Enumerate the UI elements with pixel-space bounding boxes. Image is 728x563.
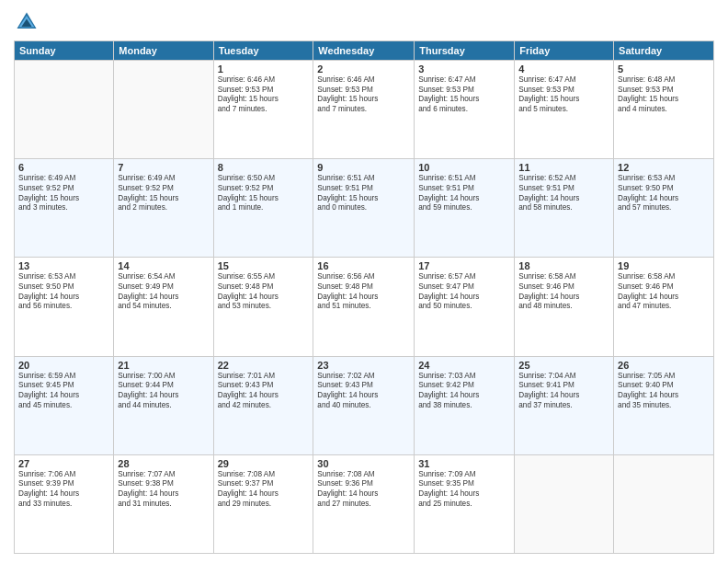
day-number: 14 bbox=[118, 260, 209, 271]
day-info: Sunrise: 6:52 AM Sunset: 9:51 PM Dayligh… bbox=[518, 174, 609, 213]
day-number: 21 bbox=[118, 360, 209, 371]
calendar-cell: 20Sunrise: 6:59 AM Sunset: 9:45 PM Dayli… bbox=[15, 356, 114, 454]
day-info: Sunrise: 6:47 AM Sunset: 9:53 PM Dayligh… bbox=[418, 75, 510, 115]
weekday-header: Sunday bbox=[15, 41, 114, 61]
calendar-cell: 3Sunrise: 6:47 AM Sunset: 9:53 PM Daylig… bbox=[415, 61, 515, 159]
day-number: 18 bbox=[518, 260, 609, 271]
calendar-week-row: 27Sunrise: 7:06 AM Sunset: 9:39 PM Dayli… bbox=[15, 454, 714, 553]
day-number: 28 bbox=[118, 458, 209, 469]
logo bbox=[14, 9, 43, 35]
weekday-header: Monday bbox=[114, 41, 213, 61]
calendar-cell: 6Sunrise: 6:49 AM Sunset: 9:52 PM Daylig… bbox=[15, 159, 114, 258]
day-number: 25 bbox=[518, 360, 609, 371]
calendar-cell: 30Sunrise: 7:08 AM Sunset: 9:36 PM Dayli… bbox=[313, 454, 415, 553]
day-number: 2 bbox=[317, 63, 410, 75]
day-info: Sunrise: 6:56 AM Sunset: 9:48 PM Dayligh… bbox=[317, 272, 410, 312]
logo-icon bbox=[14, 9, 40, 35]
calendar-week-row: 6Sunrise: 6:49 AM Sunset: 9:52 PM Daylig… bbox=[15, 159, 714, 258]
weekday-header: Saturday bbox=[614, 41, 714, 61]
calendar-cell: 18Sunrise: 6:58 AM Sunset: 9:46 PM Dayli… bbox=[515, 258, 614, 356]
day-number: 12 bbox=[618, 162, 710, 173]
day-info: Sunrise: 6:53 AM Sunset: 9:50 PM Dayligh… bbox=[618, 174, 710, 213]
calendar-cell: 9Sunrise: 6:51 AM Sunset: 9:51 PM Daylig… bbox=[313, 159, 415, 258]
calendar-cell: 16Sunrise: 6:56 AM Sunset: 9:48 PM Dayli… bbox=[313, 258, 415, 356]
day-info: Sunrise: 6:48 AM Sunset: 9:53 PM Dayligh… bbox=[618, 75, 710, 115]
calendar-cell: 1Sunrise: 6:46 AM Sunset: 9:53 PM Daylig… bbox=[213, 61, 313, 159]
calendar-cell: 28Sunrise: 7:07 AM Sunset: 9:38 PM Dayli… bbox=[114, 454, 213, 553]
day-number: 27 bbox=[18, 458, 109, 469]
calendar-cell: 14Sunrise: 6:54 AM Sunset: 9:49 PM Dayli… bbox=[114, 258, 213, 356]
day-info: Sunrise: 6:59 AM Sunset: 9:45 PM Dayligh… bbox=[18, 372, 109, 411]
calendar-cell: 22Sunrise: 7:01 AM Sunset: 9:43 PM Dayli… bbox=[213, 356, 313, 454]
calendar-cell: 8Sunrise: 6:50 AM Sunset: 9:52 PM Daylig… bbox=[213, 159, 313, 258]
day-number: 5 bbox=[618, 63, 710, 75]
calendar-cell: 13Sunrise: 6:53 AM Sunset: 9:50 PM Dayli… bbox=[15, 258, 114, 356]
day-info: Sunrise: 7:01 AM Sunset: 9:43 PM Dayligh… bbox=[218, 372, 310, 411]
page: SundayMondayTuesdayWednesdayThursdayFrid… bbox=[0, 0, 728, 563]
day-number: 30 bbox=[317, 458, 410, 469]
header bbox=[14, 9, 714, 35]
day-info: Sunrise: 7:07 AM Sunset: 9:38 PM Dayligh… bbox=[118, 470, 209, 510]
calendar-cell: 29Sunrise: 7:08 AM Sunset: 9:37 PM Dayli… bbox=[213, 454, 313, 553]
day-info: Sunrise: 7:00 AM Sunset: 9:44 PM Dayligh… bbox=[118, 372, 209, 411]
day-info: Sunrise: 6:49 AM Sunset: 9:52 PM Dayligh… bbox=[118, 174, 209, 213]
day-info: Sunrise: 7:08 AM Sunset: 9:36 PM Dayligh… bbox=[317, 470, 410, 510]
calendar-cell: 2Sunrise: 6:46 AM Sunset: 9:53 PM Daylig… bbox=[313, 61, 415, 159]
calendar-week-row: 1Sunrise: 6:46 AM Sunset: 9:53 PM Daylig… bbox=[15, 61, 714, 159]
calendar-cell: 11Sunrise: 6:52 AM Sunset: 9:51 PM Dayli… bbox=[515, 159, 614, 258]
day-info: Sunrise: 7:08 AM Sunset: 9:37 PM Dayligh… bbox=[218, 470, 310, 510]
calendar-cell: 17Sunrise: 6:57 AM Sunset: 9:47 PM Dayli… bbox=[415, 258, 515, 356]
calendar-table: SundayMondayTuesdayWednesdayThursdayFrid… bbox=[14, 40, 714, 554]
day-number: 19 bbox=[618, 260, 710, 271]
day-info: Sunrise: 6:57 AM Sunset: 9:47 PM Dayligh… bbox=[418, 272, 510, 312]
calendar-cell: 7Sunrise: 6:49 AM Sunset: 9:52 PM Daylig… bbox=[114, 159, 213, 258]
calendar-cell: 26Sunrise: 7:05 AM Sunset: 9:40 PM Dayli… bbox=[614, 356, 714, 454]
calendar-cell bbox=[614, 454, 714, 553]
day-info: Sunrise: 6:54 AM Sunset: 9:49 PM Dayligh… bbox=[118, 272, 209, 312]
day-number: 31 bbox=[418, 458, 510, 469]
day-number: 8 bbox=[218, 162, 310, 173]
day-info: Sunrise: 7:09 AM Sunset: 9:35 PM Dayligh… bbox=[418, 470, 510, 510]
day-number: 16 bbox=[317, 260, 410, 271]
day-number: 6 bbox=[18, 162, 109, 173]
weekday-header: Tuesday bbox=[213, 41, 313, 61]
day-info: Sunrise: 7:03 AM Sunset: 9:42 PM Dayligh… bbox=[418, 372, 510, 411]
calendar-header-row: SundayMondayTuesdayWednesdayThursdayFrid… bbox=[15, 41, 714, 61]
day-number: 9 bbox=[317, 162, 410, 173]
calendar-cell: 12Sunrise: 6:53 AM Sunset: 9:50 PM Dayli… bbox=[614, 159, 714, 258]
day-number: 11 bbox=[518, 162, 609, 173]
calendar-cell: 21Sunrise: 7:00 AM Sunset: 9:44 PM Dayli… bbox=[114, 356, 213, 454]
day-info: Sunrise: 6:51 AM Sunset: 9:51 PM Dayligh… bbox=[317, 174, 410, 213]
day-info: Sunrise: 6:46 AM Sunset: 9:53 PM Dayligh… bbox=[317, 75, 410, 115]
day-number: 4 bbox=[518, 63, 609, 75]
day-number: 20 bbox=[18, 360, 109, 371]
day-info: Sunrise: 6:47 AM Sunset: 9:53 PM Dayligh… bbox=[518, 75, 609, 115]
day-number: 3 bbox=[418, 63, 510, 75]
calendar-cell bbox=[15, 61, 114, 159]
day-number: 29 bbox=[218, 458, 310, 469]
day-number: 1 bbox=[218, 63, 310, 75]
day-info: Sunrise: 6:50 AM Sunset: 9:52 PM Dayligh… bbox=[218, 174, 310, 213]
weekday-header: Wednesday bbox=[313, 41, 415, 61]
day-info: Sunrise: 7:06 AM Sunset: 9:39 PM Dayligh… bbox=[18, 470, 109, 510]
day-info: Sunrise: 6:53 AM Sunset: 9:50 PM Dayligh… bbox=[18, 272, 109, 312]
day-number: 7 bbox=[118, 162, 209, 173]
day-info: Sunrise: 6:58 AM Sunset: 9:46 PM Dayligh… bbox=[518, 272, 609, 312]
day-info: Sunrise: 7:05 AM Sunset: 9:40 PM Dayligh… bbox=[618, 372, 710, 411]
day-number: 10 bbox=[418, 162, 510, 173]
calendar-cell: 24Sunrise: 7:03 AM Sunset: 9:42 PM Dayli… bbox=[415, 356, 515, 454]
calendar-cell bbox=[515, 454, 614, 553]
day-info: Sunrise: 6:51 AM Sunset: 9:51 PM Dayligh… bbox=[418, 174, 510, 213]
calendar-cell bbox=[114, 61, 213, 159]
day-number: 23 bbox=[317, 360, 410, 371]
day-number: 15 bbox=[218, 260, 310, 271]
day-number: 17 bbox=[418, 260, 510, 271]
calendar-cell: 4Sunrise: 6:47 AM Sunset: 9:53 PM Daylig… bbox=[515, 61, 614, 159]
day-info: Sunrise: 7:02 AM Sunset: 9:43 PM Dayligh… bbox=[317, 372, 410, 411]
calendar-cell: 15Sunrise: 6:55 AM Sunset: 9:48 PM Dayli… bbox=[213, 258, 313, 356]
calendar-cell: 25Sunrise: 7:04 AM Sunset: 9:41 PM Dayli… bbox=[515, 356, 614, 454]
calendar-cell: 27Sunrise: 7:06 AM Sunset: 9:39 PM Dayli… bbox=[15, 454, 114, 553]
day-number: 26 bbox=[618, 360, 710, 371]
day-info: Sunrise: 6:46 AM Sunset: 9:53 PM Dayligh… bbox=[218, 75, 310, 115]
weekday-header: Friday bbox=[515, 41, 614, 61]
